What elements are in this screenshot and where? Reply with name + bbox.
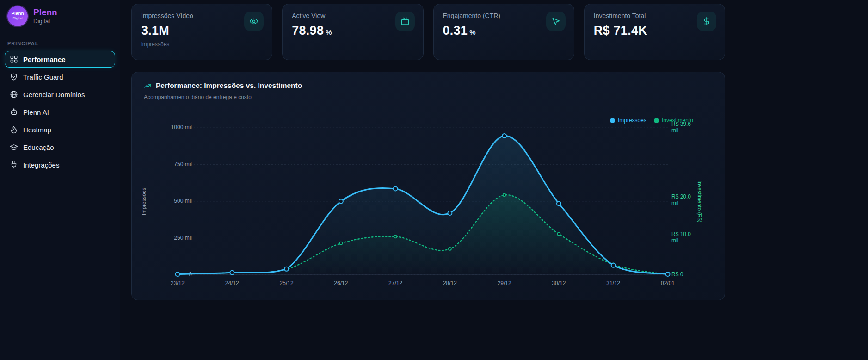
- x-tick: 29/12: [498, 280, 511, 286]
- bot-icon: [10, 108, 18, 116]
- sidebar-item-gerenciar-dominios[interactable]: Gerenciar Domínios: [5, 86, 115, 103]
- brand-name: Plenn: [33, 7, 57, 18]
- tv-icon: [395, 12, 415, 31]
- logo-text-line2: Digital: [13, 17, 23, 20]
- kpi-row: Impressões Vídeo 3.1M impressões Active …: [131, 4, 725, 60]
- chart-header: Performance: Impressões vs. Investimento: [144, 81, 302, 90]
- sidebar-item-label: Traffic Guard: [23, 73, 63, 81]
- sidebar-menu: Performance Traffic Guard Gerenciar Domí…: [0, 51, 120, 173]
- globe-icon: [10, 90, 18, 99]
- dashboard-grid-icon: [10, 55, 18, 63]
- x-tick: 27/12: [388, 280, 402, 286]
- cursor-icon: [546, 12, 566, 31]
- sidebar-item-label: Performance: [23, 56, 66, 63]
- y-axis-right-title: Investimento (R$): [697, 128, 702, 275]
- y-axis-right-ticks: R$ 39.6 mil R$ 20.0 mil R$ 10.0 mil R$ 0: [671, 128, 695, 275]
- x-tick: 28/12: [443, 280, 457, 286]
- sidebar-item-label: Heatmap: [23, 126, 51, 134]
- performance-chart-card: Performance: Impressões vs. Investimento…: [131, 72, 725, 300]
- plug-icon: [10, 161, 18, 169]
- brand[interactable]: Plenn Digital Plenn Digital: [0, 0, 120, 32]
- kpi-card-engajamento-ctr: Engajamento (CTR) 0.31%: [433, 4, 574, 60]
- y-tick: R$ 20.0 mil: [671, 194, 695, 207]
- sidebar-item-plenn-ai[interactable]: Plenn AI: [5, 104, 115, 120]
- sidebar-item-label: Gerenciar Domínios: [23, 91, 85, 99]
- x-tick: 24/12: [225, 280, 239, 286]
- dollar-icon: [697, 12, 716, 31]
- x-tick: 23/12: [171, 280, 185, 286]
- kpi-unit: %: [469, 28, 476, 36]
- y-axis-left-ticks: 1000 mil 750 mil 500 mil 250 mil 0: [148, 128, 170, 275]
- flame-icon: [10, 125, 18, 134]
- sidebar-item-integracoes[interactable]: Integrações: [5, 156, 115, 173]
- sidebar-item-label: Integrações: [23, 161, 59, 169]
- shield-check-icon: [10, 73, 18, 81]
- y-tick: R$ 10.0 mil: [671, 231, 695, 244]
- x-tick: 30/12: [552, 280, 566, 286]
- chart-subtitle: Acompanhamento diário de entrega e custo: [144, 94, 252, 100]
- x-tick: 31/12: [606, 280, 620, 286]
- sidebar-item-educacao[interactable]: Educação: [5, 139, 115, 155]
- trending-up-icon: [144, 82, 152, 90]
- sidebar-item-heatmap[interactable]: Heatmap: [5, 121, 115, 138]
- kpi-sublabel: impressões: [141, 41, 263, 48]
- y-axis-left-title: Impressões: [141, 128, 147, 275]
- sidebar-section-label: PRINCIPAL: [7, 41, 112, 46]
- sidebar-item-label: Plenn AI: [23, 108, 49, 116]
- sidebar-item-performance[interactable]: Performance: [5, 51, 115, 68]
- x-axis-labels: 23/12 24/12 25/12 26/12 27/12 28/12 29/1…: [178, 280, 668, 287]
- kpi-unit: %: [326, 28, 332, 36]
- kpi-card-impressoes-video: Impressões Vídeo 3.1M impressões: [131, 4, 272, 60]
- sidebar-item-label: Educação: [23, 143, 54, 151]
- y-tick: R$ 39.6 mil: [671, 121, 695, 134]
- y-tick: R$ 0: [671, 272, 695, 278]
- kpi-card-investimento-total: Investimento Total R$ 71.4K: [584, 4, 725, 60]
- x-tick: 02/01: [661, 280, 675, 286]
- chart-plot[interactable]: [171, 121, 675, 283]
- sidebar: Plenn Digital Plenn Digital PRINCIPAL Pe…: [0, 0, 120, 360]
- sidebar-item-traffic-guard[interactable]: Traffic Guard: [5, 68, 115, 85]
- brand-subtitle: Digital: [33, 18, 57, 25]
- x-tick: 26/12: [334, 280, 348, 286]
- kpi-card-active-view: Active View 78.98%: [282, 4, 423, 60]
- graduation-cap-icon: [10, 143, 18, 151]
- chart-title: Performance: Impressões vs. Investimento: [156, 81, 302, 90]
- x-tick: 25/12: [280, 280, 294, 286]
- eye-icon: [244, 12, 264, 31]
- brand-logo: Plenn Digital: [7, 6, 28, 26]
